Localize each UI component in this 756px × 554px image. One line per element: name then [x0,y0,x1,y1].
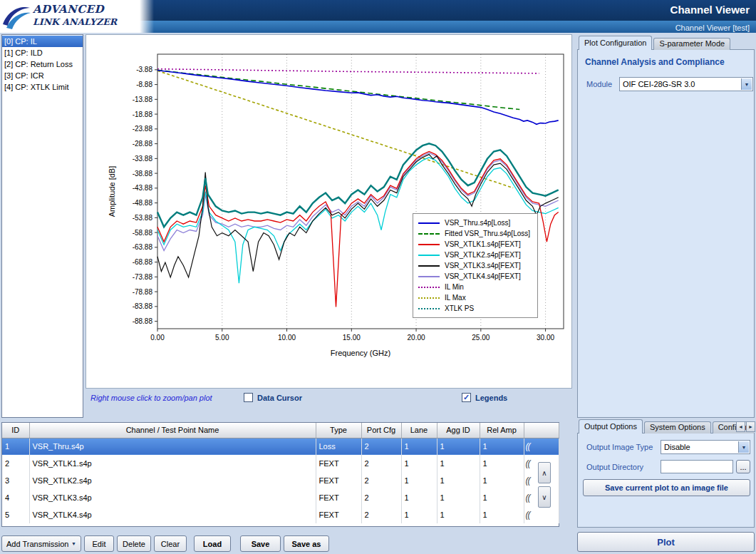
checkpoint-item-0[interactable]: [0] CP: IL [2,36,83,47]
series-il-max [157,71,513,188]
edit-button[interactable]: Edit [84,535,114,552]
svg-text:-38.88: -38.88 [133,170,153,178]
legend-line [418,308,440,309]
output-image-type-select[interactable]: Disable ▼ [661,440,750,454]
table-row-2[interactable]: 2VSR_XTLK1.s4pFEXT2111(( [2,455,559,472]
cell-name: VSR_XTLK1.s4p [29,455,316,472]
plot-button[interactable]: Plot [577,532,755,552]
svg-text:-3.88: -3.88 [136,66,152,73]
cell-id: 3 [2,472,29,489]
load-button[interactable]: Load [194,535,231,552]
cell-type: Loss [316,438,361,455]
legends-checkbox[interactable]: ✓ Legends [462,393,507,402]
cell-agg_id: 1 [437,489,480,506]
output-directory-input[interactable] [661,460,733,473]
plot-hint-text: Right mouse click to zoom/pan plot [90,394,212,402]
save-plot-image-button[interactable]: Save current plot to an image file [583,479,750,496]
tab-scroll-left-button[interactable]: ◄ [736,421,745,432]
series-il-min [157,69,539,73]
legend-line [418,244,440,245]
cell-id: 5 [2,506,29,523]
cell-agg_id: 1 [437,438,480,455]
data-cursor-checkbox[interactable]: Data Cursor [244,393,302,402]
svg-text:0.00: 0.00 [150,334,165,342]
move-down-button[interactable]: ∨ [538,486,551,508]
svg-text:-78.88: -78.88 [133,288,153,296]
output-image-type-value: Disable [664,443,690,451]
cell-name: VSR_XTLK4.s4p [29,506,316,523]
table-row-4[interactable]: 4VSR_XTLK3.s4pFEXT2111(( [2,489,559,506]
svg-text:30.00: 30.00 [537,334,554,342]
app-title: Channel Viewer [670,4,750,16]
checkpoint-item-3[interactable]: [3] CP: ICR [2,70,83,81]
svg-text:20.00: 20.00 [408,334,425,342]
svg-text:-18.88: -18.88 [133,111,153,118]
column-id: ID [2,423,29,438]
cell-id: 2 [2,455,29,472]
cell-type: FEXT [316,472,361,489]
logo-line2: LINK ANALYZER [33,16,117,27]
tab-output-options[interactable]: Output Options [579,419,643,434]
legend-item-il-min: IL Min [418,282,530,292]
checkpoint-item-4[interactable]: [4] CP: XTLK Limit [2,81,83,93]
cell-lane: 1 [401,438,437,455]
legend-line [418,233,440,235]
logo-text: ADVANCED LINK ANALYZER [33,3,117,27]
legend-line [418,222,440,224]
clear-button[interactable]: Clear [154,535,187,552]
plot-legend: VSR_Thru.s4p[Loss]Fitted VSR_Thru.s4p[Lo… [413,213,538,318]
table-row-5[interactable]: 5VSR_XTLK4.s4pFEXT2111(( [2,506,559,523]
data-cursor-label: Data Cursor [257,394,302,402]
svg-text:-83.88: -83.88 [133,302,153,310]
svg-text:-53.88: -53.88 [133,214,153,222]
browse-button[interactable]: ... [736,460,750,473]
output-tabs: Output OptionsSystem OptionsConfigura [579,419,754,434]
legend-item-il-max: IL Max [418,292,530,303]
legend-item-vsr-thru-s4p-loss: VSR_Thru.s4p[Loss] [418,217,530,228]
module-select[interactable]: OIF CEI-28G-SR 3.0 ▼ [619,77,753,91]
module-label: Module [586,80,612,88]
save-as-button[interactable]: Save as [284,535,329,552]
cell-lane: 1 [401,489,437,506]
legend-label: VSR_XTLK4.s4p[FEXT] [445,272,521,280]
output-image-type-label: Output Image Type [586,443,653,451]
channel-table: IDChannel / Test Point NameTypePort CfgL… [1,422,559,527]
plot-config-tabs: Plot ConfigurationS-parameter Mode [579,36,732,50]
cell-id: 1 [2,438,29,455]
svg-text:-73.88: -73.88 [133,273,153,281]
legend-item-vsr-xtlk2-s4p-fext: VSR_XTLK2.s4p[FEXT] [418,250,530,260]
header: ADVANCED LINK ANALYZER Channel Viewer Ch… [0,0,756,33]
checkpoint-item-2[interactable]: [2] CP: Return Loss [2,58,83,70]
wave-icon: (( [524,506,559,523]
delete-button[interactable]: Delete [117,535,151,552]
tab-system-options[interactable]: System Options [644,421,711,434]
cell-id: 4 [2,489,29,506]
svg-text:15.00: 15.00 [343,334,361,342]
cell-name: VSR_XTLK2.s4p [29,472,316,489]
dropdown-icon: ▼ [741,78,752,90]
checkpoint-item-1[interactable]: [1] CP: ILD [2,47,83,58]
data-cursor-checkbox-box[interactable] [244,393,253,402]
tab-scroll-right-button[interactable]: ► [746,421,755,432]
legends-checkbox-box[interactable]: ✓ [462,393,471,402]
cell-name: VSR_Thru.s4p [29,438,316,455]
add-transmission-dropdown[interactable]: Add Transmission ▼ [1,535,81,552]
plot-canvas[interactable]: -3.88-8.88-13.88-18.88-23.88-28.88-33.88… [86,35,571,388]
column-type: Type [316,423,361,438]
legend-line [418,297,440,299]
section-title: Channel Analysis and Compliance [585,57,725,67]
save-button[interactable]: Save [240,535,281,552]
logo-line1: ADVANCED [33,3,117,16]
move-up-button[interactable]: ∧ [538,462,551,483]
svg-text:-33.88: -33.88 [133,155,153,163]
tab-plot-configuration[interactable]: Plot Configuration [579,36,652,50]
svg-text:-68.88: -68.88 [133,258,153,266]
table-row-3[interactable]: 3VSR_XTLK2.s4pFEXT2111(( [2,472,559,489]
legend-item-xtlk-ps: XTLK PS [418,303,530,314]
table-row-1[interactable]: 1VSR_Thru.s4pLoss2111(( [2,438,559,455]
tab-s-parameter-mode[interactable]: S-parameter Mode [653,38,730,50]
column-port-cfg: Port Cfg [361,423,401,438]
output-directory-label: Output Directory [586,463,643,471]
cell-port_cfg: 2 [361,455,401,472]
svg-text:-8.88: -8.88 [136,81,152,88]
